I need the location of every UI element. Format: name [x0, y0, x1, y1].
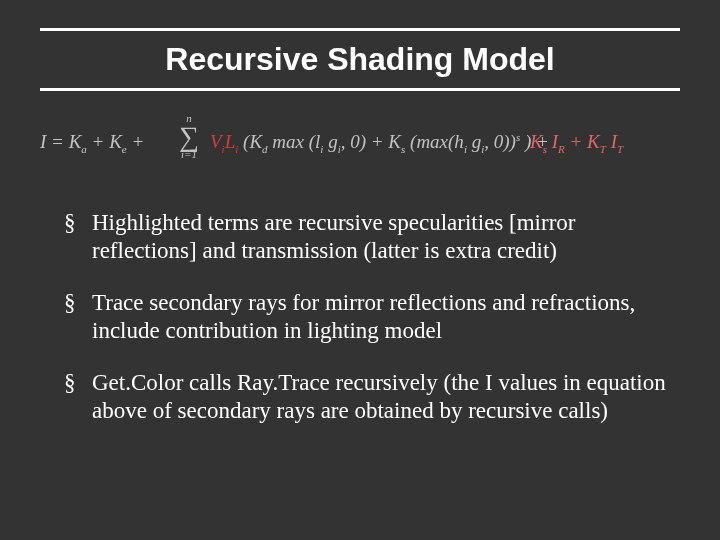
- recursive-terms: Ks IR + KT IT: [530, 131, 623, 155]
- title-block: Recursive Shading Model: [40, 0, 680, 91]
- formula-block: I = Ka + Ke + n ∑ i=1 ViLi (Kd max (li g…: [0, 91, 720, 177]
- lighting-equation: I = Ka + Ke + n ∑ i=1 ViLi (Kd max (li g…: [40, 113, 680, 167]
- bullet-text: Get.Color calls Ray.Trace recursively (t…: [92, 370, 666, 423]
- list-item: Get.Color calls Ray.Trace recursively (t…: [64, 369, 672, 425]
- bullet-list: Highlighted terms are recursive specular…: [0, 209, 720, 425]
- slide: Recursive Shading Model I = Ka + Ke + n …: [0, 0, 720, 540]
- formula-body: ViLi (Kd max (li gi, 0) + Ks (max(hi gi,…: [210, 131, 549, 155]
- summation: n ∑ i=1: [174, 113, 204, 160]
- formula-lhs: I = Ka + Ke +: [40, 131, 144, 155]
- list-item: Trace secondary rays for mirror reflecti…: [64, 289, 672, 345]
- bullet-text: Trace secondary rays for mirror reflecti…: [92, 290, 635, 343]
- list-item: Highlighted terms are recursive specular…: [64, 209, 672, 265]
- bullet-text: Highlighted terms are recursive specular…: [92, 210, 575, 263]
- slide-title: Recursive Shading Model: [40, 31, 680, 88]
